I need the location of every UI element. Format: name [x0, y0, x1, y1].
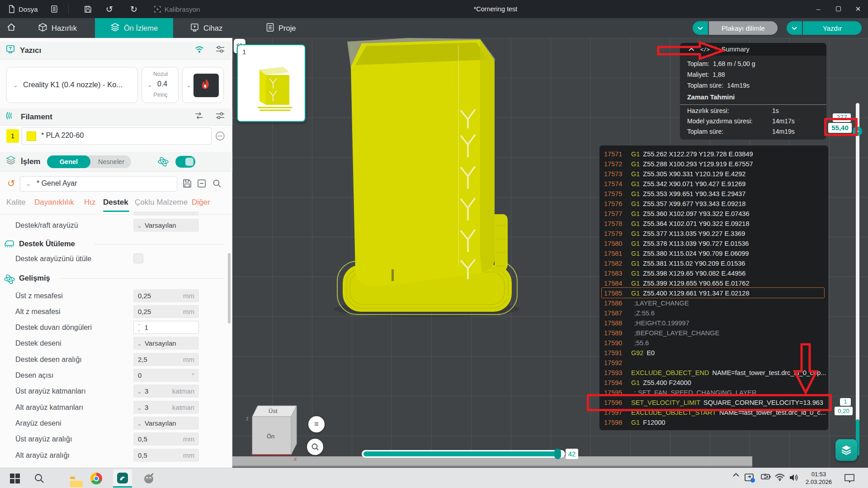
remove-preset-icon[interactable]: [197, 179, 206, 190]
zoom-button[interactable]: [307, 439, 323, 455]
home-tab[interactable]: [6, 18, 16, 38]
nozzle-select[interactable]: Nozul ⌄ 0.4 Pirinç: [142, 67, 179, 103]
stepper-arrows-icon[interactable]: ⌃⌄: [137, 324, 141, 332]
taskbar-chrome[interactable]: [87, 469, 106, 488]
gcode-line[interactable]: 17575G1Z55.353 X99.651 Y90.343 E.29437: [604, 189, 828, 199]
filament-settings-icon[interactable]: [215, 111, 225, 122]
preset-select[interactable]: ⌄ * Genel Ayar: [20, 176, 177, 192]
tab-proje[interactable]: Proje: [266, 18, 296, 38]
gcode-line-number: 17581: [604, 249, 626, 258]
filament-slot-badge[interactable]: 1: [6, 129, 19, 143]
gcode-line[interactable]: 17587;Z:55.6: [604, 308, 828, 318]
taskbar-clock[interactable]: 01:53 2.03.2026: [804, 470, 834, 486]
gcode-line[interactable]: 17572G1Z55.288 X100.293 Y129.919 E.67557: [604, 159, 828, 169]
setting-select[interactable]: ⌄3katman: [133, 401, 199, 414]
minimize-button[interactable]: –: [808, 0, 828, 18]
print-options-chevron-button[interactable]: [787, 21, 802, 35]
layers-fab-button[interactable]: [835, 439, 857, 461]
gcode-line[interactable]: 17582G1Z55.381 X115.02 Y90.209 E.01536: [604, 258, 828, 268]
tab-destek[interactable]: Destek: [103, 198, 128, 207]
scope-genel[interactable]: Genel: [47, 155, 90, 168]
tab-on-izleme[interactable]: Ön İzleme: [95, 18, 173, 38]
gcode-line[interactable]: 17588;HEIGHT:0.199997: [604, 318, 828, 328]
printer-settings-icon[interactable]: [215, 45, 225, 56]
taskbar-file-explorer[interactable]: [61, 469, 80, 488]
orientation-cube[interactable]: Üst Ön x z: [246, 406, 297, 462]
tray-expand-chevron[interactable]: [732, 473, 740, 477]
atom-advanced-icon[interactable]: [157, 156, 169, 169]
advanced-toggle[interactable]: [175, 156, 195, 168]
plate-type-select[interactable]: ⌄: [182, 67, 224, 103]
recent-files-button[interactable]: [51, 0, 58, 18]
tab-proje-label: Proje: [278, 24, 296, 33]
tab-hiz[interactable]: Hız: [84, 198, 96, 207]
file-menu[interactable]: Dosya: [8, 0, 38, 18]
move-slider-knob[interactable]: [554, 449, 561, 459]
settings-scrollbar[interactable]: [228, 253, 231, 324]
printer-select[interactable]: ⌄ Creality K1 (0.4 nozzle) - Ko...: [6, 67, 138, 103]
filament-select[interactable]: * PLA 220-60: [22, 127, 212, 145]
setting-input[interactable]: 0°: [133, 369, 199, 382]
action-center-icon[interactable]: [844, 473, 855, 483]
setting-input[interactable]: 0,5mm: [133, 432, 199, 446]
filament-more-icon[interactable]: [215, 131, 225, 143]
filament-swap-icon[interactable]: [193, 111, 204, 122]
setting-input[interactable]: 0,5mm: [133, 449, 199, 462]
layer-slider-track[interactable]: [856, 103, 859, 455]
gcode-line[interactable]: 17586;LAYER_CHANGE: [604, 298, 828, 308]
save-preset-icon[interactable]: [183, 179, 192, 190]
search-settings-icon[interactable]: [212, 179, 222, 190]
gcode-line[interactable]: 17581G1Z55.380 X115.024 Y90.709 E.06099: [604, 249, 828, 258]
save-button[interactable]: [84, 0, 92, 18]
gcode-line[interactable]: 17580G1Z55.378 X113.039 Y90.727 E.01536: [604, 239, 828, 249]
setting-select[interactable]: ⌄3katman: [133, 385, 199, 398]
setting-select[interactable]: ⌄Varsayılan: [133, 337, 199, 350]
tray-display-sync-icon[interactable]: [744, 473, 756, 483]
close-button[interactable]: ✕: [848, 0, 868, 18]
tray-wifi-icon[interactable]: [774, 473, 786, 482]
gcode-line[interactable]: 17578G1Z55.364 X102.071 Y90.322 E.09218: [604, 219, 828, 229]
taskbar-gimp[interactable]: [139, 469, 158, 488]
tab-cihaz[interactable]: Cihaz: [190, 18, 222, 38]
gcode-line[interactable]: 17598G1F12000: [604, 418, 828, 427]
tray-volume-icon[interactable]: [788, 473, 800, 483]
setting-input[interactable]: 0,25mm: [133, 305, 199, 318]
undo-button[interactable]: ↺: [106, 0, 113, 18]
calibration-menu[interactable]: Kalibrasyon: [154, 0, 200, 18]
setting-input[interactable]: 2,5mm: [133, 353, 199, 366]
gcode-line[interactable]: 17574G1Z55.342 X90.071 Y90.427 E.91269: [604, 179, 828, 189]
redo-button[interactable]: ↻: [130, 0, 137, 18]
process-scope-toggle[interactable]: Genel Nesneler: [47, 155, 131, 168]
tab-coklu-malzeme[interactable]: Çoklu Malzeme: [135, 198, 188, 207]
gcode-line[interactable]: 17577G1Z55.360 X102.097 Y93.322 E.07436: [604, 209, 828, 219]
slice-options-chevron-button[interactable]: [693, 21, 708, 35]
start-button[interactable]: [5, 469, 24, 488]
gcode-line[interactable]: 17571G1Z55.262 X122.279 Y129.728 E.03849: [604, 149, 828, 159]
plate-thumbnail[interactable]: 1: [237, 44, 306, 122]
slice-plate-button[interactable]: Plakayı dilimle: [709, 21, 778, 35]
wifi-icon[interactable]: [194, 45, 204, 56]
taskbar-search-button[interactable]: [30, 469, 49, 488]
setting-select[interactable]: ⌄Varsayılan: [133, 417, 199, 430]
gcode-line[interactable]: 17584G1Z55.399 X129.655 Y90.655 E.01762: [604, 278, 828, 288]
tab-kalite[interactable]: Kalite: [6, 198, 26, 207]
gcode-line[interactable]: 17583G1Z55.398 X129.65 Y90.082 E.44956: [604, 268, 828, 278]
scope-nesneler[interactable]: Nesneler: [92, 155, 130, 168]
tray-battery-icon[interactable]: [760, 473, 771, 481]
setting-input[interactable]: 0,25mm: [133, 289, 199, 302]
tab-dayaniklilik[interactable]: Dayanıklılık: [34, 198, 74, 207]
print-button[interactable]: Yazdır: [803, 21, 862, 35]
gcode-line[interactable]: 17576G1Z55.357 X99.677 Y93.343 E.09218: [604, 199, 828, 209]
tab-diger[interactable]: Diğer: [192, 198, 210, 207]
restore-button[interactable]: [828, 0, 848, 18]
gcode-line[interactable]: 17589;BEFORE_LAYER_CHANGE: [604, 328, 828, 338]
setting-checkbox[interactable]: [133, 253, 143, 263]
tab-hazirlik[interactable]: Hazırlık: [38, 18, 77, 38]
view-menu-button[interactable]: ≡: [308, 416, 325, 432]
gcode-line[interactable]: 17573G1Z55.305 X90.331 Y120.129 E.4292: [604, 169, 828, 179]
setting-select[interactable]: ⌄Varsayılan: [133, 219, 199, 232]
reset-preset-icon[interactable]: ↺: [7, 178, 15, 189]
gcode-line[interactable]: 17579G1Z55.377 X113.035 Y90.227 E.3369: [604, 229, 828, 239]
setting-stepper[interactable]: ⌃⌄1: [133, 321, 199, 334]
taskbar-slicer-app[interactable]: [113, 469, 132, 488]
